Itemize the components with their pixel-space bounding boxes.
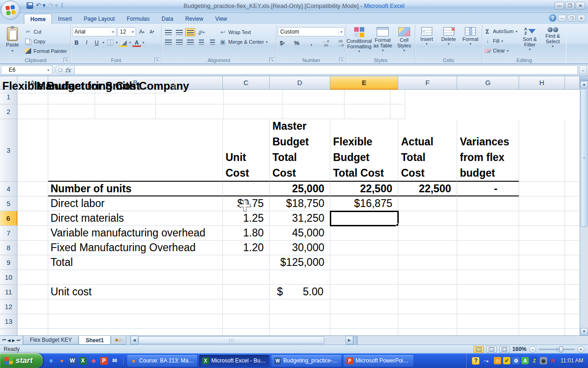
column-header-C[interactable]: C: [223, 76, 270, 90]
cell-H[interactable]: [519, 329, 565, 335]
scroll-up-button[interactable]: ▲: [580, 81, 588, 88]
cell-C11[interactable]: [223, 285, 270, 299]
comma-style-button[interactable]: ,: [307, 39, 316, 47]
row-header-11[interactable]: 11: [0, 285, 17, 299]
cell-B12[interactable]: [48, 299, 223, 314]
tray-shield-icon[interactable]: ✔: [503, 357, 510, 364]
clipboard-dialog-launcher[interactable]: ↘: [63, 58, 68, 63]
cell-G4[interactable]: -: [457, 182, 519, 196]
cell-G3[interactable]: Variances from flex budget: [457, 119, 519, 182]
horizontal-scroll-thumb[interactable]: ∣∣∣: [138, 336, 324, 344]
cell-A6[interactable]: [17, 211, 48, 226]
delete-cells-button[interactable]: Delete▾: [439, 26, 459, 57]
help-notification-icon[interactable]: ?: [472, 357, 480, 365]
column-header-D[interactable]: D: [270, 76, 330, 90]
cell-D10[interactable]: [270, 270, 330, 285]
cell-E6[interactable]: [330, 211, 398, 226]
hidden-icons-chevron-icon[interactable]: ⌐▸: [484, 358, 489, 363]
merge-center-button[interactable]: ▣Merge & Center▾: [219, 38, 268, 46]
vertical-scrollbar[interactable]: ▲ ≡ ▼: [580, 76, 588, 335]
column-header-H[interactable]: H: [519, 76, 565, 90]
cell-F9[interactable]: [398, 255, 457, 270]
cell-G2[interactable]: [283, 104, 345, 119]
tab-review[interactable]: Review: [179, 14, 209, 24]
normal-view-button[interactable]: [474, 346, 484, 353]
column-header-partial[interactable]: [565, 76, 580, 90]
ql-internet-explorer-icon[interactable]: e: [47, 357, 55, 365]
cell-x5[interactable]: [565, 196, 580, 211]
tab-data[interactable]: Data: [156, 14, 179, 24]
start-button[interactable]: start: [0, 353, 43, 368]
cell-x11[interactable]: [565, 285, 580, 299]
cell-H1[interactable]: [345, 90, 390, 104]
insert-cells-button[interactable]: Insert▾: [417, 26, 437, 57]
number-dialog-launcher[interactable]: ↘: [339, 58, 344, 63]
wrap-text-button[interactable]: ↩Wrap Text: [219, 28, 268, 36]
cell-A[interactable]: [17, 329, 48, 335]
format-as-table-button[interactable]: Format as Table▾: [373, 26, 393, 57]
cell-F10[interactable]: [398, 270, 457, 285]
cell-C4[interactable]: [223, 182, 270, 196]
cell-G11[interactable]: [457, 285, 519, 299]
cell-G9[interactable]: [457, 255, 519, 270]
zoom-slider[interactable]: [539, 349, 575, 350]
first-sheet-button[interactable]: ⏮: [2, 338, 6, 343]
tray-z-icon[interactable]: Z: [531, 357, 538, 364]
clear-button[interactable]: Clear▾: [484, 46, 517, 55]
cell-E13[interactable]: [330, 314, 398, 329]
cell-C13[interactable]: [223, 314, 270, 329]
taskbar-task-powerpoint[interactable]: PMicrosoft PowerPoint ...: [344, 355, 413, 367]
tray-messenger-icon[interactable]: ☺: [494, 357, 501, 364]
increase-indent-button[interactable]: [207, 38, 217, 46]
cell-x12[interactable]: [565, 299, 580, 314]
conditional-formatting-button[interactable]: Conditional Formatting▾: [348, 26, 371, 57]
bold-button[interactable]: B: [72, 38, 81, 47]
name-box-dropdown-icon[interactable]: ▾: [47, 68, 49, 72]
cell-A11[interactable]: [17, 285, 48, 299]
cell-C7[interactable]: 1.80: [223, 226, 270, 241]
underline-button[interactable]: U: [92, 38, 101, 47]
cell-A2[interactable]: [17, 104, 48, 119]
cell-A9[interactable]: [17, 255, 48, 270]
scroll-left-button[interactable]: ◀: [130, 336, 138, 345]
cell-x10[interactable]: [565, 270, 580, 285]
vertical-split-box[interactable]: [580, 76, 588, 81]
cell-A8[interactable]: [17, 241, 48, 255]
cell-C3[interactable]: Unit Cost: [223, 119, 270, 182]
format-cells-button[interactable]: Format▾: [460, 26, 481, 57]
fill-button[interactable]: ↓Fill▾: [484, 37, 517, 45]
cell-D8[interactable]: 30,000: [270, 241, 330, 255]
formula-input[interactable]: [75, 65, 578, 75]
cell-F8[interactable]: [398, 241, 457, 255]
cell-G7[interactable]: [457, 226, 519, 241]
row-header-9[interactable]: 9: [0, 255, 17, 270]
office-button[interactable]: [1, 0, 20, 20]
cell-E9[interactable]: [330, 255, 398, 270]
cell-x9[interactable]: [565, 255, 580, 270]
row-header-10[interactable]: 10: [0, 270, 17, 285]
cell-H5[interactable]: [519, 196, 565, 211]
cell-B9[interactable]: Total: [48, 255, 223, 270]
cell-C8[interactable]: 1.20: [223, 241, 270, 255]
cell-E7[interactable]: [330, 226, 398, 241]
cell-F12[interactable]: [398, 299, 457, 314]
cell-E4[interactable]: 22,500: [330, 182, 398, 196]
cell-x2[interactable]: [390, 104, 405, 119]
cell-G12[interactable]: [457, 299, 519, 314]
cell-x13[interactable]: [565, 314, 580, 329]
cell-A5[interactable]: [17, 196, 48, 211]
help-icon[interactable]: ?: [549, 14, 556, 22]
cell-B5[interactable]: Direct labor: [48, 196, 223, 211]
cell-H10[interactable]: [519, 270, 565, 285]
cell-E2[interactable]: [156, 104, 224, 119]
cell-A4[interactable]: [17, 182, 48, 196]
cell-B2[interactable]: Manufacturing Cost: [0, 90, 175, 93]
font-dialog-launcher[interactable]: ↘: [154, 58, 159, 63]
vertical-scroll-track[interactable]: [580, 227, 588, 328]
cell-G1[interactable]: [283, 90, 345, 104]
page-layout-view-button[interactable]: [486, 346, 497, 353]
align-center-button[interactable]: [174, 38, 184, 46]
close-button[interactable]: ✕: [576, 2, 585, 10]
align-left-button[interactable]: [163, 38, 173, 46]
format-painter-button[interactable]: Format Painter: [24, 47, 67, 55]
